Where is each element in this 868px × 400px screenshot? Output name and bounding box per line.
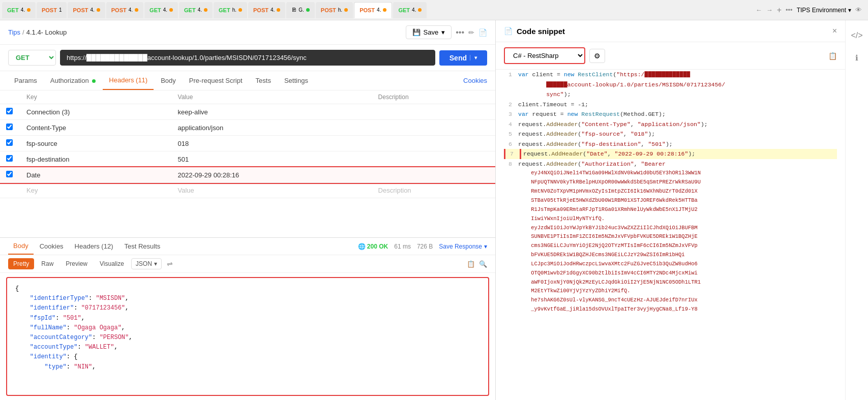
response-tab-body[interactable]: Body (8, 238, 34, 255)
tab-params[interactable]: Params (8, 72, 43, 89)
navigate-next-icon[interactable]: → (766, 6, 773, 14)
json-format-select[interactable]: JSON ▾ (131, 258, 162, 269)
tab-post-4c[interactable]: POST 4. (248, 2, 285, 18)
tab-settings-label: Settings (284, 77, 308, 84)
tab-status-dot (418, 8, 422, 12)
tab-method-label: POST (360, 7, 375, 13)
env-name: TIPS Environment (797, 7, 846, 14)
tab-get-4b[interactable]: GET 4. (144, 2, 178, 18)
code-content: request.AddHeader("Content-Type", "appli… (518, 119, 837, 130)
code-content: cms3NGEiLCJuYmYiOjE2NjQ2OTYzMTIsImF6cCI6… (518, 241, 837, 251)
line-number (504, 269, 512, 278)
globe-icon: 🌐 (358, 243, 366, 250)
code-content: request.AddHeader("fsp-source", "018"); (518, 129, 837, 139)
code-line-bearer-6: IiwiYWxnIjoiUlMyNTYifQ. (504, 214, 837, 224)
code-line-bearer-5: R1JsTmpKa09ERmtaRFJpT1RGa01XRmhNelUyWkdW… (504, 205, 837, 214)
response-tab-cookies[interactable]: Cookies (35, 238, 69, 254)
tab-version: 4. (198, 7, 202, 13)
header-value: application/json (172, 120, 372, 136)
tab-method-label: POST (42, 7, 57, 13)
response-tab-headers[interactable]: Headers (12) (70, 238, 118, 254)
breadcrumb-current: 4.1.4- Lookup (26, 28, 67, 36)
info-icon[interactable]: ℹ (850, 51, 864, 65)
send-button[interactable]: Send ▾ (439, 50, 487, 66)
code-content: IiwiYWxnIjoiUlMyNTYifQ. (518, 214, 837, 224)
format-pretty[interactable]: Pretty (8, 258, 34, 269)
method-select[interactable]: GET POST PUT DELETE (8, 50, 56, 66)
doc-icon[interactable]: 📄 (478, 28, 487, 37)
tab-method-label: POST (111, 7, 127, 13)
tab-authorization[interactable]: Authorization (44, 72, 102, 89)
tab-body[interactable]: Body (155, 72, 182, 89)
copy-code-icon[interactable]: 📋 (828, 52, 837, 60)
tab-post-1[interactable]: POST 1 (37, 2, 67, 18)
code-icon[interactable]: </> (850, 28, 864, 43)
response-tab-testresults-label: Test Results (124, 242, 160, 250)
url-bar: GET POST PUT DELETE Send ▾ (0, 45, 495, 71)
cookies-button[interactable]: Cookies (463, 77, 487, 84)
tab-post-4b[interactable]: POST 4. (106, 2, 143, 18)
url-input[interactable] (60, 50, 435, 66)
more-options-icon[interactable]: ••• (456, 28, 464, 37)
format-raw[interactable]: Raw (36, 258, 58, 269)
tab-g-doc[interactable]: 🖹 G. (286, 2, 315, 18)
tab-label: G. (298, 7, 304, 13)
format-preview[interactable]: Preview (61, 258, 93, 269)
wrap-icon[interactable]: ⇌ (167, 260, 173, 268)
close-button[interactable]: × (832, 26, 837, 36)
code-line-1: 1 var client = new RestClient("https:/██… (504, 70, 837, 80)
code-line-bearer-7: eyJzdWIiOiJoYWJpYkBYJib24uc3VwZXZZiIlCJh… (504, 224, 837, 233)
response-tab-testresults[interactable]: Test Results (119, 238, 165, 254)
row-checkbox[interactable] (6, 108, 13, 114)
search-icon[interactable]: 🔍 (479, 260, 487, 268)
code-content: request.AddHeader("fsp-destination", "50… (518, 139, 837, 149)
row-checkbox[interactable] (6, 124, 13, 130)
response-tabs: Body Cookies Headers (12) Test Results 🌐… (0, 238, 495, 255)
header-description (372, 151, 495, 167)
code-content: R1JsTmpKa09ERmtaRFJpT1RGa01XRmhNelUyWkdW… (518, 205, 837, 214)
tab-settings[interactable]: Settings (278, 72, 314, 89)
tab-method-label: GET (184, 7, 196, 13)
more-tabs-icon[interactable]: ••• (786, 6, 793, 14)
breadcrumb-parent[interactable]: Tips (8, 28, 20, 36)
tab-get-4c[interactable]: GET 4. (179, 2, 213, 18)
environment-selector[interactable]: TIPS Environment ▾ (797, 7, 851, 14)
new-header-value[interactable]: Value (172, 183, 372, 198)
line-number: 5 (504, 129, 512, 139)
new-tab-icon[interactable]: + (777, 6, 782, 15)
tab-version: 4. (412, 7, 416, 13)
save-button[interactable]: 💾 Save ▾ (406, 25, 452, 39)
json-line: "identifier": "0717123456", (15, 303, 480, 313)
tab-post-4-active[interactable]: POST 4. (354, 2, 392, 18)
language-select[interactable]: C# - RestSharp Python JavaScript cURL (504, 47, 585, 64)
tab-method-label: GET (149, 7, 161, 13)
tab-get-4[interactable]: GET 4. (2, 2, 36, 18)
gear-button[interactable]: ⚙ (589, 49, 605, 63)
code-content: client.Timeout = -1; (518, 100, 837, 110)
edit-icon[interactable]: ✏ (468, 28, 474, 37)
save-icon: 💾 (412, 28, 421, 36)
navigate-prev-icon[interactable]: ← (756, 6, 762, 14)
code-content: LCJpc3MiOiJodHRwczpcL1wvaXMtc2FuZGJveC5i… (518, 260, 837, 269)
format-visualize[interactable]: Visualize (95, 258, 129, 269)
new-header-description[interactable]: Description (372, 183, 495, 198)
tab-post-h[interactable]: POST h. (316, 2, 353, 18)
tab-get-4d[interactable]: GET 4. (393, 2, 427, 18)
tab-tests[interactable]: Tests (250, 72, 277, 89)
response-status-area: 🌐 200 OK 61 ms 726 B Save Response ▾ (358, 243, 487, 250)
save-response-button[interactable]: Save Response ▾ (439, 243, 487, 250)
row-checkbox[interactable] (6, 139, 13, 146)
tab-get-h[interactable]: GET h. (214, 2, 247, 18)
copy-icon[interactable]: 📋 (467, 260, 475, 268)
row-checkbox[interactable] (6, 155, 13, 162)
tab-post-4a[interactable]: POST 4. (68, 2, 105, 18)
table-row: fsp-destination 501 (0, 151, 495, 167)
col-value-header: Value (172, 90, 372, 104)
row-checkbox[interactable] (6, 171, 13, 177)
tab-prerequest[interactable]: Pre-request Script (183, 72, 249, 89)
send-dropdown-arrow[interactable]: ▾ (470, 55, 477, 60)
line-number (504, 305, 512, 314)
new-header-key[interactable]: Key (20, 183, 172, 198)
eye-icon[interactable]: 👁 (855, 6, 862, 14)
tab-headers[interactable]: Headers (11) (103, 71, 154, 90)
